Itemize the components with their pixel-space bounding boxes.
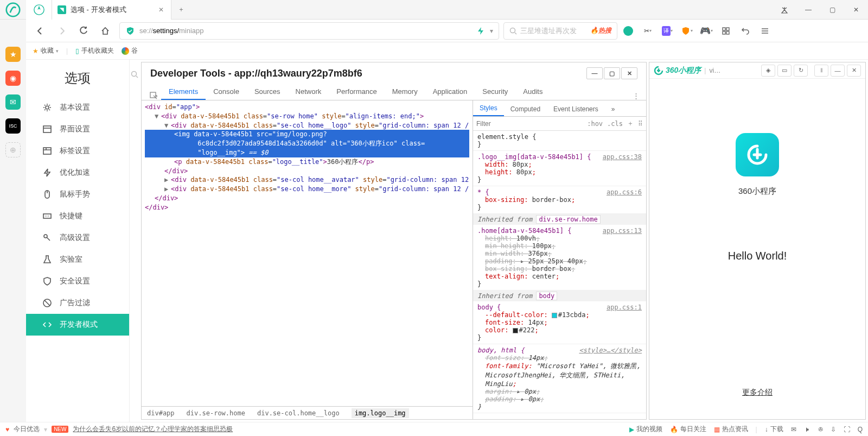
styles-tab-computed[interactable]: Computed [504,102,547,116]
toolbar-translate-icon[interactable]: 译▾ [659,22,676,40]
minimize-button[interactable]: — [796,0,820,20]
statusbar-youxuan[interactable]: 今日优选 [14,425,40,434]
bookmark-favorites[interactable]: ★收藏▾ [33,46,59,55]
preview-minimize-button[interactable]: — [831,65,845,77]
styles-filter-input[interactable] [476,120,583,128]
add-rail-icon[interactable]: ⊕ [5,142,21,157]
settings-item-bolt[interactable]: 优化加速 [26,162,129,184]
chevron-down-icon[interactable]: ▾ [490,27,493,35]
hov-toggle[interactable]: :hov [587,120,603,128]
close-icon[interactable]: ✕ [157,5,165,14]
statusbar-zoom-icon[interactable]: Q [858,426,863,433]
settings-item-gear[interactable]: 基本设置 [26,97,129,118]
devtools-tab-network[interactable]: Network [288,84,329,100]
inspect-icon[interactable] [146,91,161,100]
statusbar-hot[interactable]: ▦热点资讯 [714,425,748,434]
statusbar-download[interactable]: ↓ 下载 [765,425,783,434]
hot-search-badge[interactable]: 🔥热搜 [590,26,611,35]
styles-tab-events[interactable]: Event Listeners [547,102,605,116]
browser-tab[interactable]: ◥ 选项 - 开发者模式 ✕ [52,0,171,20]
devtools-maximize-button[interactable]: ▢ [604,67,620,79]
devtools-tab-elements[interactable]: Elements [161,84,206,100]
maximize-button[interactable]: ▢ [820,0,844,20]
devtools-title-bar: Developer Tools - app://qh13waury22p7m8b… [142,62,646,84]
weibo-icon[interactable]: ◉ [5,71,21,86]
favorites-icon[interactable]: ★ [5,47,21,62]
close-button[interactable]: ✕ [844,0,868,20]
bolt-icon[interactable] [476,26,486,36]
devtools-panel: Developer Tools - app://qh13waury22p7m8b… [141,62,647,420]
compass-icon[interactable] [26,0,52,20]
bookmark-google[interactable]: 谷 [122,46,138,55]
styles-tab-more-icon[interactable]: » [605,102,622,116]
cls-toggle[interactable]: .cls [607,120,623,128]
statusbar-daily[interactable]: 🔥每日关注 [670,425,706,434]
styles-body[interactable]: element.style {} app.css:38 .logo__img[d… [473,131,646,419]
settings-item-mouse[interactable]: 鼠标手势 [26,184,129,205]
statusbar-video[interactable]: ▶我的视频 [629,425,662,434]
settings-sidebar: 选项 基本设置界面设置标签设置优化加速鼠标手势快捷键高级设置实验室安全设置广告过… [26,60,129,422]
devtools-more-icon[interactable]: ⋮ [626,92,646,100]
wardrobe-icon[interactable] [773,0,796,20]
reload-button[interactable] [74,21,93,41]
back-button[interactable] [30,21,50,41]
settings-item-flask[interactable]: 实验室 [26,249,129,270]
toolbar-app-icon[interactable] [620,22,637,40]
settings-item-layout[interactable]: 界面设置 [26,118,129,140]
new-badge: NEW [52,426,68,433]
url-field[interactable]: se://settings/miniapp ▾ [119,22,499,40]
dom-tree[interactable]: <div id="app"> ▼<div data-v-584e45b1 cla… [142,100,473,406]
preview-close-button[interactable]: ✕ [847,65,861,77]
toolbar-shield-icon[interactable]: ▾ [678,22,695,40]
devtools-tabs: ElementsConsoleSourcesNetworkPerformance… [142,84,646,100]
mini-search-icon[interactable] [129,60,139,422]
devtools-tab-audits[interactable]: Audits [515,84,550,100]
statusbar-fullscreen-icon[interactable]: ⛶ [844,426,850,433]
settings-item-code[interactable]: 开发者模式 [26,314,129,336]
home-button[interactable] [95,21,115,41]
statusbar-ip-icon[interactable]: ꔮ [818,426,823,433]
preview-compass-button[interactable]: ◈ [761,65,775,77]
toolbar-undo-icon[interactable] [737,22,754,40]
forward-button[interactable] [52,21,72,41]
dom-breadcrumb[interactable]: div#app div.se-row.home div.se-col.home_… [142,406,473,419]
toolbar-menu-icon[interactable] [756,22,774,40]
dom-selected-node[interactable]: ⋯ <img data-v-584e45b1 src="img/logo.png… [145,130,469,157]
settings-item-tag[interactable]: 标签设置 [26,140,129,162]
devtools-tab-application[interactable]: Application [425,84,475,100]
devtools-tab-memory[interactable]: Memory [385,84,425,100]
bookmark-mobile[interactable]: ▯手机收藏夹 [75,46,114,55]
mail-icon[interactable]: ✉ [5,94,21,110]
toolbar-scissors-icon[interactable]: ✂▾ [639,22,656,40]
search-field[interactable]: 三星堆遗址再次发 🔥热搜 [503,22,617,40]
settings-item-ban[interactable]: 广告过滤 [26,292,129,314]
preview-device-button[interactable]: ▭ [777,65,792,77]
styles-tab-styles[interactable]: Styles [473,101,504,116]
devtools-tab-performance[interactable]: Performance [329,84,384,100]
toolbar-grid-icon[interactable] [717,22,735,40]
statusbar-mail-icon[interactable]: ✉ [791,426,796,433]
svg-point-14 [131,72,136,77]
isc-icon[interactable]: ISC [5,118,21,134]
tab-favicon-icon: ◥ [58,5,66,14]
preview-settings-button[interactable]: ⦀ [814,65,828,77]
devtools-tab-sources[interactable]: Sources [247,84,288,100]
settings-item-wrench[interactable]: 高级设置 [26,227,129,249]
toolbar-game-icon[interactable]: 🎮▾ [698,22,715,40]
settings-item-shield[interactable]: 安全设置 [26,270,129,292]
add-rule-icon[interactable]: ＋ [627,119,634,128]
preview-more-link[interactable]: 更多介绍 [742,388,773,397]
devtools-minimize-button[interactable]: — [586,67,603,79]
styles-more-icon[interactable]: ⠿ [638,120,643,128]
statusbar-mute-icon[interactable]: 🕨 [804,426,810,433]
statusbar-dl-icon[interactable]: ⇩ [831,426,836,433]
devtools-close-button[interactable]: ✕ [621,67,637,79]
settings-item-keyboard[interactable]: 快捷键 [26,205,129,227]
preview-reload-button[interactable]: ↻ [794,65,808,77]
devtools-tab-security[interactable]: Security [475,84,515,100]
devtools-tab-console[interactable]: Console [206,84,247,100]
new-tab-button[interactable]: ＋ [171,0,191,20]
statusbar-headline[interactable]: 为什么会丢失6岁以前的记忆？心理学家的答案细思恐极 [73,425,233,434]
styles-filter-bar: :hov .cls ＋ ⠿ [473,117,646,131]
statusbar-heart-icon[interactable]: ♥ [5,426,9,433]
